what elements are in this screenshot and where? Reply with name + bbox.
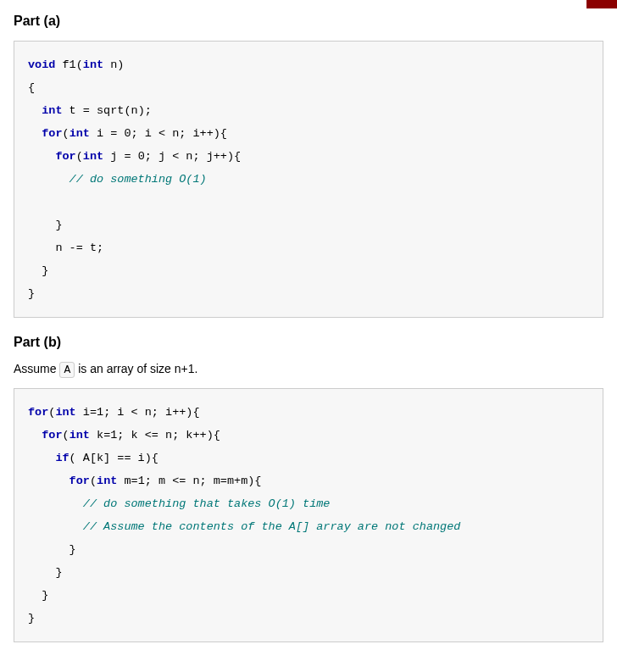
code-text: } xyxy=(28,219,63,231)
code-keyword: int xyxy=(42,104,62,117)
code-text xyxy=(28,127,42,140)
code-text xyxy=(28,452,55,464)
code-text: n -= t; xyxy=(28,242,103,254)
code-keyword: for xyxy=(28,406,48,419)
inline-code: A xyxy=(59,362,75,378)
code-text: ( xyxy=(90,475,97,487)
code-keyword: int xyxy=(55,406,75,419)
code-comment: // do something that takes O(1) time xyxy=(83,497,331,510)
part-b-heading: Part (b) xyxy=(14,335,603,350)
code-keyword: for xyxy=(42,127,62,140)
code-keyword: void xyxy=(28,58,55,71)
code-text xyxy=(28,104,42,117)
code-comment: // do something O(1) xyxy=(69,173,207,186)
code-text: ( xyxy=(63,429,69,442)
code-text: i=1; i < n; i++){ xyxy=(76,406,200,419)
part-a-code-block: void f1(int n) { int t = sqrt(n); for(in… xyxy=(14,41,603,318)
code-keyword: if xyxy=(55,452,69,464)
part-b-description: Assume A is an array of size n+1. xyxy=(14,362,603,376)
description-text: is an array of size n+1. xyxy=(75,362,197,375)
code-keyword: for xyxy=(69,475,90,487)
code-text: } xyxy=(28,589,48,602)
code-text xyxy=(28,520,83,533)
code-keyword: for xyxy=(42,429,62,442)
code-text xyxy=(28,497,83,510)
part-b-code-block: for(int i=1; i < n; i++){ for(int k=1; k… xyxy=(14,388,603,642)
accent-bar xyxy=(586,0,617,8)
code-text: ( xyxy=(76,150,83,163)
code-text: } xyxy=(28,566,63,579)
code-text: j = 0; j < n; j++){ xyxy=(103,150,241,163)
code-text: k=1; k <= n; k++){ xyxy=(90,429,220,442)
code-text: } xyxy=(28,287,35,300)
code-text: t = sqrt(n); xyxy=(63,104,152,117)
code-text xyxy=(28,429,42,442)
code-text: ( xyxy=(63,127,69,140)
code-keyword: int xyxy=(83,150,103,163)
code-text xyxy=(28,475,69,487)
code-keyword: for xyxy=(55,150,75,163)
code-text: } xyxy=(28,612,35,625)
code-text xyxy=(28,150,55,163)
code-text xyxy=(28,173,69,186)
code-text: } xyxy=(28,543,76,556)
code-keyword: int xyxy=(83,58,103,71)
code-text: i = 0; i < n; i++){ xyxy=(90,127,227,140)
code-keyword: int xyxy=(69,127,90,140)
code-keyword: int xyxy=(69,429,90,442)
code-text: } xyxy=(28,264,48,277)
code-comment: // Assume the contents of the A[] array … xyxy=(83,520,461,533)
code-keyword: int xyxy=(97,475,117,487)
code-text: m=1; m <= n; m=m+m){ xyxy=(117,475,261,487)
code-text: n) xyxy=(103,58,124,71)
description-text: Assume xyxy=(14,362,59,375)
code-text: f1( xyxy=(55,58,82,71)
code-text: ( A[k] == i){ xyxy=(69,452,158,464)
code-text: { xyxy=(28,81,35,94)
part-a-heading: Part (a) xyxy=(14,14,603,29)
